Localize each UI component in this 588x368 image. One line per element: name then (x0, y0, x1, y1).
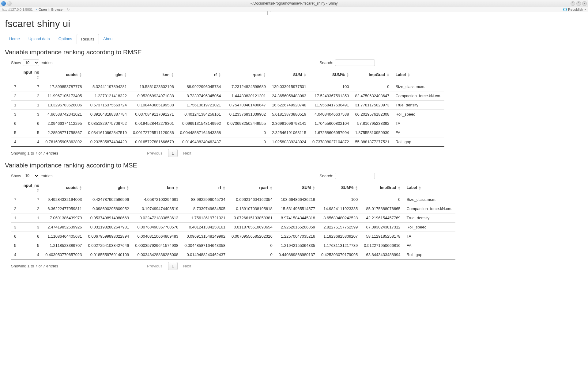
window-title: ~/Documents/Programowanie/R/fscaret_shin… (0, 1, 588, 6)
cell: 0.000357929641574938 (132, 241, 181, 250)
tab-about[interactable]: About (99, 34, 118, 44)
sort-icon: ▲▼ (270, 186, 273, 190)
tab-options[interactable]: Options (54, 34, 77, 44)
entries-select-mse[interactable]: 10 (23, 173, 39, 179)
next-button-rmse[interactable]: Next (180, 149, 194, 157)
cell: 2.82275157752599 (318, 223, 361, 232)
col-rpart[interactable]: rpart▲▼ (224, 68, 269, 82)
col-cubist[interactable]: cubist▲▼ (42, 68, 85, 82)
col-SUM%[interactable]: SUM%▲▼ (309, 68, 352, 82)
sort-icon: ▲▼ (126, 186, 129, 190)
refresh-icon[interactable]: ↻ (67, 7, 70, 12)
col-SUM%[interactable]: SUM%▲▼ (318, 181, 361, 195)
tab-upload-data[interactable]: Upload data (24, 34, 54, 44)
table-row: 117.06913864399790.05374989149886690.022… (11, 213, 455, 223)
sort-icon: ▲▼ (124, 72, 127, 77)
cell: 1.17631131217789 (318, 241, 361, 250)
cell: True_density (392, 100, 444, 109)
col-rf[interactable]: rf▲▼ (181, 181, 228, 195)
cell: 2.09466374112295 (42, 119, 85, 128)
page-1-mse[interactable]: 1 (168, 262, 178, 270)
col-ImpGrad[interactable]: ImpGrad▲▼ (361, 181, 403, 195)
cell: 3 (19, 109, 42, 119)
sort-icon: ▲▼ (79, 186, 82, 190)
cell: 0.0969131548149992 (177, 119, 224, 128)
col-Input_no[interactable]: Input_no▲▼ (19, 181, 42, 195)
cell: 2.92620165266859 (276, 223, 318, 232)
cell: 42.2196154457769 (361, 213, 403, 223)
cell: 7.0691386439979 (42, 213, 85, 223)
cell: 1.22570047035216 (276, 232, 318, 241)
table-info-mse: Showing 1 to 7 of 7 entries (11, 264, 58, 268)
cell: 0 (352, 82, 392, 91)
col-rownum[interactable] (11, 68, 19, 82)
cell: 4.05872100294681 (132, 195, 181, 204)
col-Input_no[interactable]: Input_no▲▼ (19, 68, 42, 82)
window-maximize-icon[interactable]: ˄ (576, 1, 581, 6)
tab-results[interactable]: Results (77, 34, 99, 44)
col-ImpGrad[interactable]: ImpGrad▲▼ (352, 68, 392, 82)
open-browser-icon (36, 9, 37, 10)
page-1-rmse[interactable]: 1 (168, 149, 178, 157)
col-Label[interactable]: Label▲▼ (404, 181, 456, 195)
section-title-rmse: Variable importance ranking according to… (5, 48, 583, 56)
col-knn[interactable]: knn▲▼ (132, 181, 181, 195)
cell: 14.9824111923335 (318, 204, 361, 213)
cell: Roll_gap (404, 250, 456, 259)
cell: 2 (11, 91, 19, 100)
col-rpart[interactable]: rpart▲▼ (228, 181, 276, 195)
cell: 19.5861023602196 (130, 82, 177, 91)
prev-button-mse[interactable]: Previous (144, 262, 166, 270)
cell: 5.61813873880519 (269, 109, 309, 119)
cell: 17.5249367591353 (309, 91, 352, 100)
cell: 66.2019576182308 (352, 109, 392, 119)
cell: 0.108443665199588 (130, 100, 177, 109)
search-input-rmse[interactable] (335, 59, 375, 66)
table-row: 440.4039507796570230.01855597691401090.0… (11, 250, 455, 259)
prev-button-rmse[interactable]: Previous (144, 149, 166, 157)
entries-select-rmse[interactable]: 10 (23, 59, 39, 66)
cell: 6 (11, 232, 19, 241)
tab-home[interactable]: Home (5, 34, 24, 44)
sort-icon: ▲▼ (223, 186, 225, 190)
window-close-icon[interactable]: × (582, 1, 587, 6)
table-row: 7717.8998537877785.3244119789428119.5861… (11, 82, 444, 91)
col-rownum[interactable] (11, 181, 19, 195)
col-rf[interactable]: rf▲▼ (177, 68, 224, 82)
cell: 24.3656058488063 (269, 91, 309, 100)
cell: 5 (11, 241, 19, 250)
cell: 8.65689480242528 (318, 213, 361, 223)
cell: 7 (11, 195, 19, 204)
col-knn[interactable]: knn▲▼ (130, 68, 177, 82)
col-glm[interactable]: glm▲▼ (85, 68, 130, 82)
cell: 1 (19, 213, 42, 223)
cell: 5 (11, 128, 19, 137)
col-glm[interactable]: glm▲▼ (85, 181, 132, 195)
cell: 1.67258606957994 (309, 128, 352, 137)
cell: 17.899853787778 (42, 82, 85, 91)
cell: 57.816795238392 (352, 119, 392, 128)
cell: 0.440889868980137 (276, 250, 318, 259)
cell: 58.1129185258178 (361, 232, 403, 241)
cell: 0.00709556585202326 (228, 232, 276, 241)
cell: 0.0185559769140109 (85, 250, 132, 259)
cell: 0.424787902596996 (85, 195, 132, 204)
next-button-mse[interactable]: Next (180, 262, 194, 270)
col-SUM[interactable]: SUM▲▼ (276, 181, 318, 195)
window-minimize-icon[interactable]: ˅ (571, 1, 575, 6)
col-Label[interactable]: Label▲▼ (392, 68, 444, 82)
cell: 0.512271950666816 (361, 241, 403, 250)
cell: 67.3930243817312 (361, 223, 403, 232)
sort-icon: ▲▼ (312, 186, 315, 190)
republish-button[interactable]: Republish (563, 8, 586, 11)
table-row: 779.492843321940030.4247879025969964.058… (11, 195, 455, 204)
cell: 0.403950779657023 (42, 250, 85, 259)
cell: 6 (19, 119, 42, 128)
col-SUM[interactable]: SUM▲▼ (269, 68, 309, 82)
col-cubist[interactable]: cubist▲▼ (42, 181, 85, 195)
cell: 0 (361, 195, 403, 204)
cell: 0.0851829775706752 (85, 119, 130, 128)
cell: 0.232585874404429 (85, 137, 130, 146)
open-in-browser-button[interactable]: Open in Browser (36, 8, 64, 11)
search-input-mse[interactable] (335, 173, 375, 179)
